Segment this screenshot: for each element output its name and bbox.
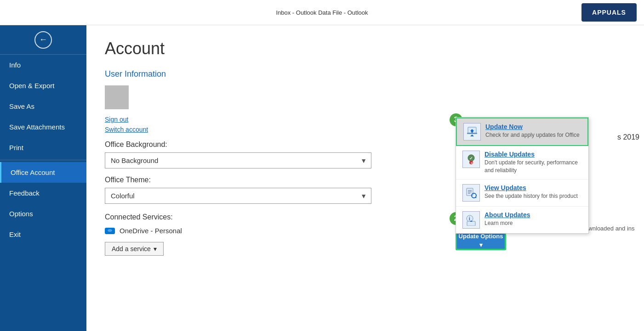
svg-text:i: i	[469, 216, 470, 221]
onedrive-icon	[105, 228, 115, 234]
disable-updates-icon: ✓ ✕	[462, 151, 480, 168]
topbar-title: Inbox - Outlook Data File - Outlook	[276, 9, 368, 16]
about-updates-item[interactable]: i About Updates Learn more	[456, 207, 588, 233]
about-updates-label: About Updates	[484, 211, 582, 219]
appuals-logo: APPUALS	[581, 3, 637, 22]
add-service-arrow-icon: ▾	[154, 245, 157, 252]
sidebar-item-info[interactable]: Info	[0, 55, 86, 75]
update-now-desc: Check for and apply updates for Office	[485, 131, 581, 139]
sidebar-item-office-account[interactable]: Office Account	[0, 162, 86, 183]
svg-text:✕: ✕	[470, 161, 473, 165]
disable-updates-text: Disable Updates Don't update for securit…	[484, 151, 582, 174]
office-theme-label: Office Theme:	[105, 176, 433, 184]
update-now-icon	[463, 123, 481, 140]
view-updates-text: View Updates See the update history for …	[484, 184, 582, 200]
about-updates-desc: Learn more	[484, 219, 582, 227]
back-button[interactable]: ←	[0, 25, 86, 55]
sidebar-item-save-as[interactable]: Save As	[0, 96, 86, 117]
sidebar: ← Info Open & Export Save As Save Attach…	[0, 25, 86, 331]
back-circle-icon: ←	[34, 31, 52, 49]
view-updates-desc: See the update history for this product	[484, 192, 582, 200]
add-service-label: Add a service	[112, 245, 151, 252]
user-info-title: User Information	[105, 69, 433, 79]
sidebar-divider	[0, 160, 86, 160]
add-service-button[interactable]: Add a service ▾	[105, 242, 164, 256]
product-year-label: s 2019	[617, 133, 639, 141]
connected-services-label: Connected Services:	[105, 213, 433, 221]
office-theme-select[interactable]: Colorful	[105, 188, 371, 204]
disable-updates-label: Disable Updates	[484, 151, 582, 158]
svg-rect-20	[467, 221, 475, 226]
about-updates-text: About Updates Learn more	[484, 211, 582, 227]
sidebar-item-feedback[interactable]: Feedback	[0, 183, 86, 203]
update-now-label: Update Now	[485, 123, 581, 130]
svg-text:✓: ✓	[469, 156, 473, 161]
update-options-label: Update Options	[459, 233, 503, 240]
right-panel: 3 Update Now Check for and apply updates	[451, 25, 644, 331]
office-theme-dropdown-wrap: Colorful ▼	[105, 188, 371, 204]
disable-updates-desc: Don't update for security, performance a…	[484, 159, 582, 174]
content-area: Account User Information Sign out Switch…	[86, 25, 451, 331]
view-updates-label: View Updates	[484, 184, 582, 191]
svg-point-2	[108, 229, 112, 232]
onedrive-label: OneDrive - Personal	[120, 227, 182, 235]
svg-line-17	[475, 197, 476, 198]
switch-account-link[interactable]: Switch account	[105, 126, 148, 133]
update-now-text: Update Now Check for and apply updates f…	[485, 123, 581, 139]
user-avatar	[105, 85, 129, 109]
sidebar-item-print[interactable]: Print	[0, 137, 86, 158]
page-title: Account	[105, 39, 433, 58]
view-updates-item[interactable]: View Updates See the update history for …	[456, 180, 588, 207]
main-area: ← Info Open & Export Save As Save Attach…	[0, 25, 644, 331]
about-updates-icon: i	[462, 211, 480, 229]
update-now-item[interactable]: Update Now Check for and apply updates f…	[456, 118, 588, 146]
office-background-label: Office Background:	[105, 140, 433, 149]
sidebar-item-exit[interactable]: Exit	[0, 224, 86, 245]
svg-marker-5	[470, 135, 474, 136]
office-background-select[interactable]: No Background	[105, 152, 371, 168]
update-options-dropdown: Update Now Check for and apply updates f…	[456, 117, 589, 234]
top-bar: Inbox - Outlook Data File - Outlook APPU…	[0, 0, 644, 25]
sidebar-item-open-export[interactable]: Open & Export	[0, 75, 86, 96]
sidebar-item-save-attachments[interactable]: Save Attachments	[0, 117, 86, 137]
onedrive-row: OneDrive - Personal	[105, 227, 433, 235]
view-updates-icon	[462, 184, 480, 202]
disable-updates-item[interactable]: ✓ ✕ Disable Updates Don't update for sec…	[456, 146, 588, 180]
office-background-dropdown-wrap: No Background ▼	[105, 152, 371, 168]
sidebar-item-options[interactable]: Options	[0, 203, 86, 224]
update-options-arrow-icon: ▾	[479, 241, 483, 248]
sign-out-link[interactable]: Sign out	[105, 116, 128, 123]
